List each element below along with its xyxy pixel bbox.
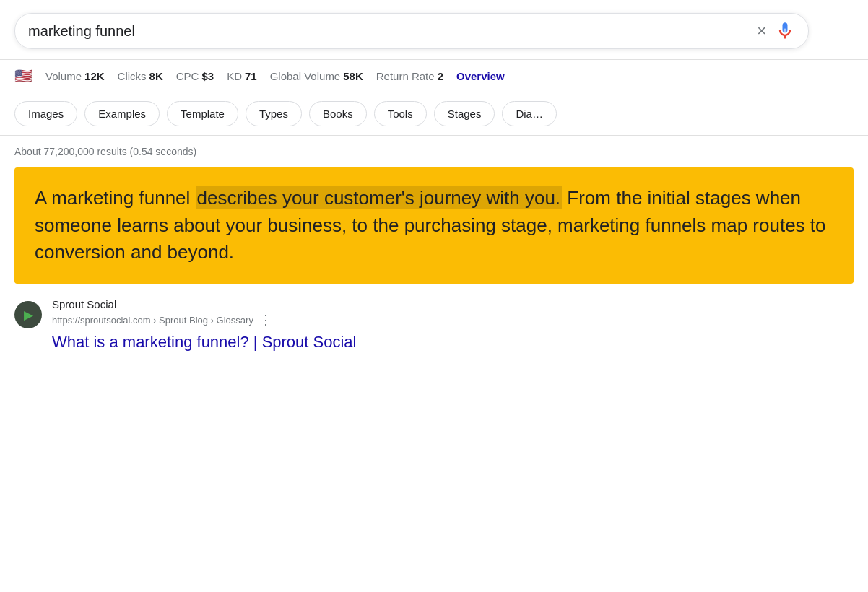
result-title-link[interactable]: What is a marketing funnel? | Sprout Soc… bbox=[52, 332, 854, 353]
cpc-metric: CPC $3 bbox=[176, 70, 214, 82]
result-url: https://sproutsocial.com › Sprout Blog ›… bbox=[52, 315, 253, 326]
volume-metric: Volume 12K bbox=[45, 70, 105, 82]
cpc-value: $3 bbox=[201, 70, 214, 82]
favicon-icon: ▶ bbox=[24, 308, 33, 323]
metrics-bar: 🇺🇸 Volume 12K Clicks 8K CPC $3 KD 71 Glo… bbox=[0, 60, 868, 92]
mic-icon bbox=[775, 21, 795, 41]
return-rate-value: 2 bbox=[438, 70, 443, 82]
result-site-name: Sprout Social bbox=[52, 298, 854, 310]
result-options-button[interactable]: ⋮ bbox=[259, 312, 272, 328]
result-url-row: https://sproutsocial.com › Sprout Blog ›… bbox=[52, 312, 854, 328]
snippet-text-highlight: describes your customer's journey with y… bbox=[196, 186, 563, 209]
chips-container: Images Examples Template Types Books Too… bbox=[0, 92, 868, 136]
search-result-1: ▶ Sprout Social https://sproutsocial.com… bbox=[14, 298, 854, 353]
voice-search-button[interactable] bbox=[775, 21, 795, 41]
result-meta: Sprout Social https://sproutsocial.com ›… bbox=[52, 298, 854, 353]
svg-point-0 bbox=[784, 29, 787, 32]
chip-tools[interactable]: Tools bbox=[374, 101, 427, 126]
search-bar-container: marketing funnel × bbox=[0, 0, 868, 60]
volume-value: 12K bbox=[84, 70, 105, 82]
clicks-metric: Clicks 8K bbox=[118, 70, 163, 82]
featured-snippet: A marketing funnel describes your custom… bbox=[14, 167, 854, 284]
kd-value: 71 bbox=[245, 70, 257, 82]
chip-books[interactable]: Books bbox=[309, 101, 367, 126]
search-input[interactable]: marketing funnel bbox=[28, 23, 757, 40]
volume-label: Volume bbox=[45, 70, 82, 82]
chip-types[interactable]: Types bbox=[246, 101, 302, 126]
overview-link[interactable]: Overview bbox=[456, 70, 505, 82]
chip-template[interactable]: Template bbox=[167, 101, 238, 126]
search-bar: marketing funnel × bbox=[14, 13, 809, 49]
result-favicon: ▶ bbox=[14, 301, 42, 328]
global-volume-metric: Global Volume 58K bbox=[270, 70, 363, 82]
snippet-text: A marketing funnel describes your custom… bbox=[35, 185, 833, 266]
clicks-label: Clicks bbox=[118, 70, 147, 82]
kd-metric: KD 71 bbox=[227, 70, 257, 82]
clicks-value: 8K bbox=[149, 70, 163, 82]
cpc-label: CPC bbox=[176, 70, 199, 82]
return-rate-metric: Return Rate 2 bbox=[376, 70, 443, 82]
chip-dia[interactable]: Dia… bbox=[502, 101, 557, 126]
clear-search-button[interactable]: × bbox=[757, 22, 766, 40]
chip-examples[interactable]: Examples bbox=[84, 101, 160, 126]
global-volume-label: Global Volume bbox=[270, 70, 341, 82]
return-rate-label: Return Rate bbox=[376, 70, 435, 82]
results-count: About 77,200,000 results (0.54 seconds) bbox=[14, 146, 854, 157]
chip-images[interactable]: Images bbox=[14, 101, 77, 126]
country-flag: 🇺🇸 bbox=[14, 67, 32, 84]
results-area: About 77,200,000 results (0.54 seconds) … bbox=[0, 136, 868, 353]
snippet-text-before: A marketing funnel bbox=[35, 187, 196, 209]
global-volume-value: 58K bbox=[343, 70, 363, 82]
kd-label: KD bbox=[227, 70, 242, 82]
chip-stages[interactable]: Stages bbox=[434, 101, 495, 126]
